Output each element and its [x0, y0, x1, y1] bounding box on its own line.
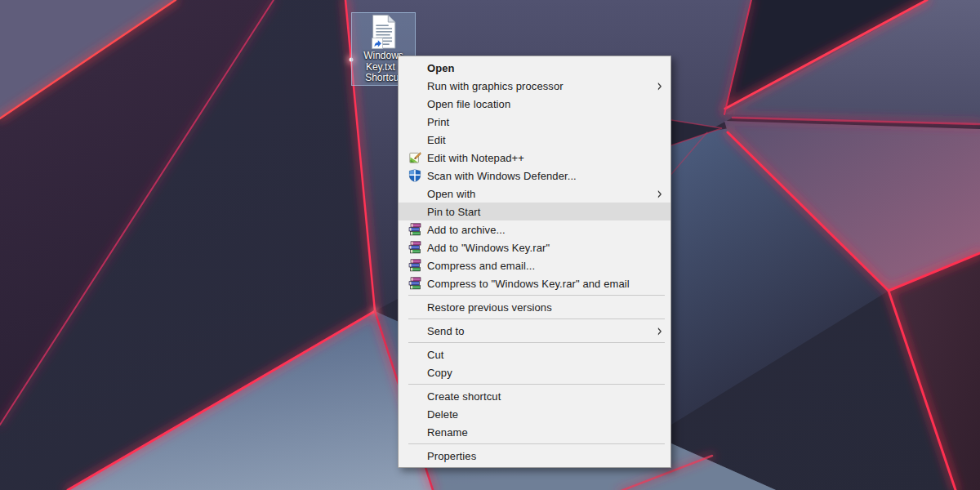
menu-item-label: Open file location	[427, 98, 665, 110]
no-icon	[408, 324, 421, 337]
menu-separator	[408, 295, 665, 296]
menu-item-label: Add to "Windows Key.rar"	[427, 242, 665, 254]
menu-item-label: Print	[427, 116, 665, 128]
menu-item-properties[interactable]: Properties	[399, 447, 670, 465]
desktop[interactable]: Windows Key.txt - Shortcut OpenRun with …	[0, 0, 980, 490]
menu-item-label: Edit	[427, 134, 665, 146]
no-icon	[408, 187, 421, 200]
menu-item-compress-to-windows-key-rar-and-email[interactable]: Compress to "Windows Key.rar" and email	[399, 274, 670, 292]
menu-item-rename[interactable]: Rename	[399, 423, 670, 441]
menu-item-label: Run with graphics processor	[427, 80, 657, 92]
no-icon	[408, 205, 421, 218]
no-icon	[408, 61, 421, 74]
menu-item-compress-and-email[interactable]: Compress and email...	[399, 256, 670, 274]
menu-separator	[408, 443, 665, 444]
menu-item-label: Create shortcut	[427, 390, 665, 403]
menu-separator	[408, 384, 665, 385]
menu-item-pin-to-start[interactable]: Pin to Start	[399, 203, 670, 220]
no-icon	[408, 366, 421, 379]
menu-item-label: Cut	[427, 349, 665, 361]
no-icon	[408, 348, 421, 361]
winrar-icon	[408, 259, 421, 272]
no-icon	[408, 97, 421, 110]
menu-item-label: Send to	[427, 325, 657, 337]
menu-separator	[408, 318, 665, 319]
no-icon	[408, 425, 421, 439]
menu-item-add-to-windows-key-rar[interactable]: Add to "Windows Key.rar"	[399, 238, 670, 256]
menu-item-copy[interactable]: Copy	[399, 363, 670, 381]
winrar-icon	[408, 223, 421, 236]
menu-item-label: Properties	[427, 450, 665, 462]
menu-separator	[408, 342, 665, 343]
menu-item-edit-with-notepad[interactable]: Edit with Notepad++	[399, 149, 670, 167]
menu-item-open[interactable]: Open	[399, 59, 670, 77]
menu-item-label: Open	[427, 62, 665, 74]
no-icon	[408, 79, 421, 92]
winrar-icon	[408, 277, 421, 290]
no-icon	[408, 115, 421, 128]
menu-item-label: Edit with Notepad++	[427, 152, 665, 164]
menu-item-restore-previous-versions[interactable]: Restore previous versions	[399, 298, 670, 316]
winrar-icon	[408, 241, 421, 254]
notepadpp-icon	[408, 151, 421, 164]
menu-item-label: Delete	[427, 408, 665, 421]
menu-item-label: Open with	[427, 188, 657, 200]
menu-item-label: Compress to "Windows Key.rar" and email	[427, 278, 665, 290]
no-icon	[408, 408, 421, 421]
context-menu: OpenRun with graphics processor›Open fil…	[398, 56, 671, 468]
menu-item-label: Pin to Start	[427, 206, 665, 218]
menu-item-label: Scan with Windows Defender...	[427, 170, 665, 182]
menu-item-label: Copy	[427, 367, 665, 379]
menu-item-open-file-location[interactable]: Open file location	[399, 95, 670, 113]
menu-item-delete[interactable]: Delete	[399, 405, 670, 423]
menu-item-print[interactable]: Print	[399, 113, 670, 131]
submenu-arrow-icon: ›	[657, 322, 662, 339]
menu-item-create-shortcut[interactable]: Create shortcut	[399, 387, 670, 405]
no-icon	[408, 133, 421, 146]
no-icon	[408, 390, 421, 403]
menu-item-run-with-graphics-processor[interactable]: Run with graphics processor›	[399, 77, 670, 95]
menu-item-add-to-archive[interactable]: Add to archive...	[399, 220, 670, 238]
submenu-arrow-icon: ›	[657, 77, 662, 94]
menu-item-label: Restore previous versions	[427, 301, 665, 314]
menu-item-cut[interactable]: Cut	[399, 345, 670, 363]
menu-item-label: Compress and email...	[427, 260, 665, 272]
submenu-arrow-icon: ›	[657, 185, 662, 202]
no-icon	[408, 301, 421, 314]
menu-item-open-with[interactable]: Open with›	[399, 185, 670, 203]
menu-item-send-to[interactable]: Send to›	[399, 322, 670, 340]
defender-icon	[408, 169, 421, 182]
no-icon	[408, 449, 421, 462]
menu-item-scan-with-windows-defender[interactable]: Scan with Windows Defender...	[399, 167, 670, 185]
text-file-shortcut-icon	[368, 14, 400, 50]
menu-item-edit[interactable]: Edit	[399, 131, 670, 149]
menu-item-label: Add to archive...	[427, 224, 665, 236]
menu-item-label: Rename	[427, 426, 665, 439]
